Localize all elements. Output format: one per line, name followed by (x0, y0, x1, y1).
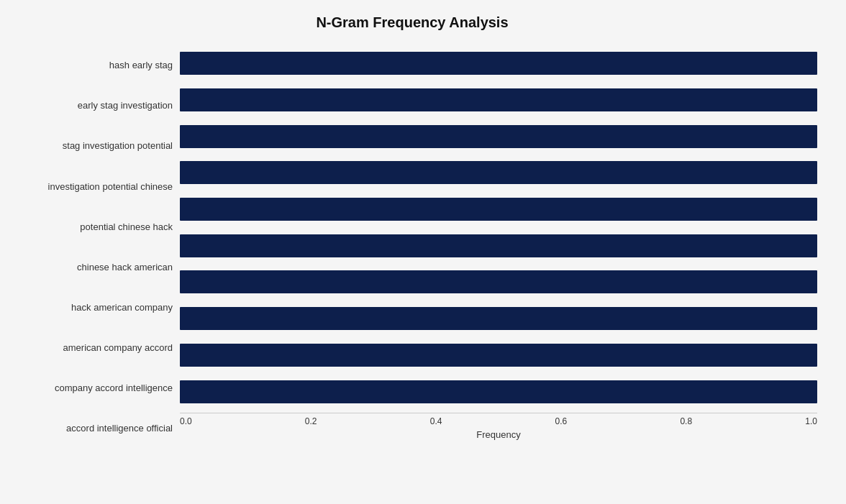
chart-container: N-Gram Frequency Analysis hash early sta… (0, 0, 846, 504)
bar (180, 380, 817, 403)
y-axis-label: company accord intelligence (7, 382, 173, 394)
bar (180, 125, 817, 148)
bar (180, 270, 817, 293)
x-tick: 0.8 (680, 416, 692, 426)
y-axis-label: hash early stag (7, 60, 173, 71)
bar-row (180, 196, 817, 223)
x-tick: 1.0 (805, 416, 817, 426)
chart-title: N-Gram Frequency Analysis (7, 14, 817, 31)
y-axis: hash early stagearly stag investigations… (7, 45, 180, 449)
bar (180, 234, 817, 257)
bar-row (180, 86, 817, 114)
y-axis-label: accord intelligence official (7, 423, 173, 434)
bars-area (180, 45, 817, 413)
y-axis-label: chinese hack american (7, 262, 173, 273)
y-axis-label: american company accord (7, 342, 173, 354)
bar-row (180, 50, 817, 77)
bar-row (180, 123, 817, 150)
chart-area: hash early stagearly stag investigations… (7, 45, 817, 449)
bar (180, 52, 817, 75)
y-axis-label: early stag investigation (7, 100, 173, 111)
x-ticks-container: 0.00.20.40.60.81.0 (180, 416, 817, 426)
x-axis-label: Frequency (180, 429, 817, 440)
y-axis-label: investigation potential chinese (7, 181, 173, 193)
bar-row (180, 305, 817, 332)
y-axis-label: stag investigation potential (7, 140, 173, 152)
x-axis: 0.00.20.40.60.81.0 Frequency (180, 413, 817, 449)
bar (180, 161, 817, 184)
bar-row (180, 378, 817, 406)
x-tick: 0.2 (305, 416, 317, 426)
bar (180, 198, 817, 221)
y-axis-label: hack american company (7, 302, 173, 313)
x-tick: 0.6 (555, 416, 568, 426)
bar (180, 88, 817, 111)
x-tick: 0.4 (430, 416, 442, 426)
bar-row (180, 342, 817, 369)
x-tick: 0.0 (180, 416, 192, 426)
bars-and-xaxis: 0.00.20.40.60.81.0 Frequency (180, 45, 817, 449)
bar-row (180, 159, 817, 186)
bar (180, 344, 817, 367)
y-axis-label: potential chinese hack (7, 221, 173, 233)
bar (180, 307, 817, 330)
bar-row (180, 232, 817, 260)
bar-row (180, 268, 817, 295)
